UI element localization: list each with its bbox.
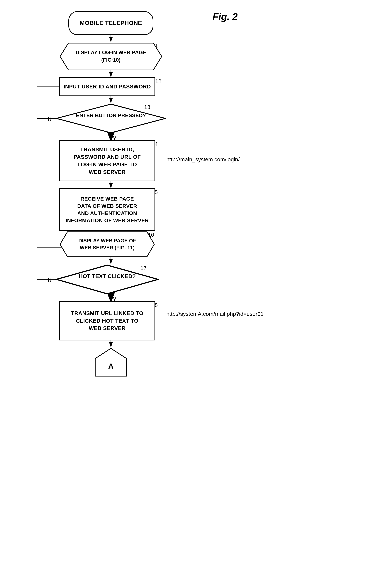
svg-marker-19 — [56, 265, 158, 294]
svg-text:DISPLAY WEB PAGE OF: DISPLAY WEB PAGE OF — [78, 238, 136, 243]
ref-12: 12 — [155, 78, 161, 84]
svg-text:ENTER BUTTON PRESSED?: ENTER BUTTON PRESSED? — [76, 113, 146, 118]
n13-n-label: N — [48, 116, 52, 122]
svg-text:DISPLAY LOG-IN WEB PAGE: DISPLAY LOG-IN WEB PAGE — [76, 50, 146, 55]
svg-text:HOT TEXT CLICKED?: HOT TEXT CLICKED? — [79, 273, 136, 279]
figure-label: Fig. 2 — [213, 11, 238, 22]
url2-note: http://systemA.com/mail.php?id=user01 — [166, 311, 264, 317]
url1-note: http://main_system.com/login/ — [166, 156, 240, 163]
receive-webpage-node: RECEIVE WEB PAGE DATA OF WEB SERVER AND … — [59, 188, 155, 231]
n17-n-label: N — [48, 277, 52, 283]
connector-a-node: A — [94, 347, 128, 377]
enter-button-decision: ENTER BUTTON PRESSED? — [55, 103, 166, 134]
display-webpage-node: DISPLAY WEB PAGE OF WEB SERVER (FIG. 11) — [59, 231, 155, 258]
display-login-node: DISPLAY LOG-IN WEB PAGE (FIG·10) — [59, 42, 163, 71]
svg-text:(FIG·10): (FIG·10) — [101, 57, 121, 63]
svg-marker-16 — [60, 232, 154, 257]
mobile-telephone-node: MOBILE TELEPHONE — [68, 11, 153, 35]
input-userid-node: INPUT USER ID AND PASSWORD — [59, 77, 155, 96]
svg-text:WEB SERVER (FIG. 11): WEB SERVER (FIG. 11) — [80, 245, 135, 251]
transmit-userid-node: TRANSMIT USER ID, PASSWORD AND URL OF LO… — [59, 140, 155, 181]
svg-text:A: A — [108, 362, 114, 370]
transmit-url-node: TRANSMIT URL LINKED TO CLICKED HOT TEXT … — [59, 301, 155, 340]
hot-text-decision: HOT TEXT CLICKED? — [55, 264, 159, 295]
svg-marker-14 — [56, 104, 165, 133]
svg-marker-11 — [60, 43, 162, 70]
